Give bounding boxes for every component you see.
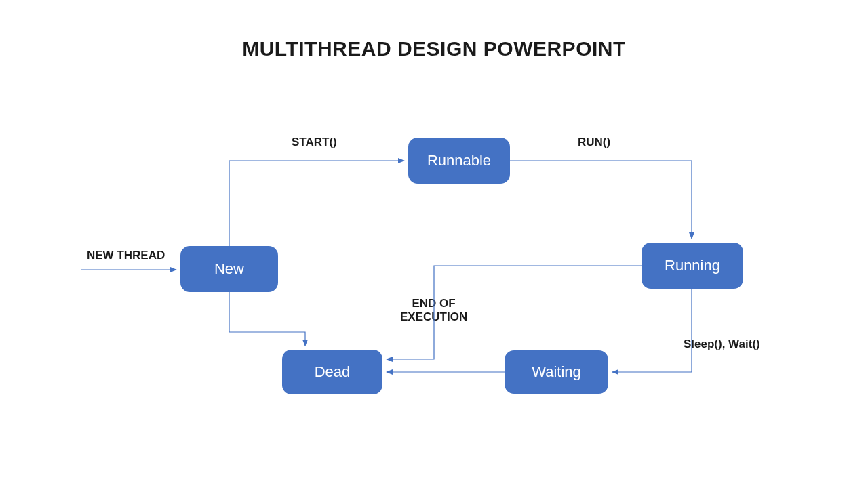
state-running: Running	[642, 243, 743, 289]
state-dead-label: Dead	[315, 363, 351, 381]
label-sleep-wait: Sleep(), Wait()	[684, 338, 760, 351]
label-eoe-l2: EXECUTION	[400, 310, 467, 323]
label-end-of-execution: END OF EXECUTION	[400, 297, 467, 323]
page-title: MULTITHREAD DESIGN POWERPOINT	[0, 37, 868, 60]
arrow-running-to-waiting	[612, 289, 692, 372]
label-eoe-l1: END OF	[412, 297, 455, 310]
state-new-label: New	[214, 260, 244, 278]
label-new-thread: NEW THREAD	[87, 249, 165, 262]
state-new: New	[180, 246, 278, 292]
arrow-runnable-to-running	[510, 161, 692, 239]
state-running-label: Running	[665, 257, 720, 274]
state-runnable: Runnable	[408, 138, 510, 184]
label-run: RUN()	[578, 136, 610, 149]
arrow-new-to-dead	[229, 292, 305, 346]
state-dead: Dead	[282, 350, 382, 394]
state-waiting: Waiting	[505, 350, 608, 394]
label-start: START()	[292, 136, 337, 149]
state-waiting-label: Waiting	[532, 363, 581, 381]
arrow-new-to-runnable	[229, 161, 404, 246]
state-runnable-label: Runnable	[427, 152, 491, 169]
